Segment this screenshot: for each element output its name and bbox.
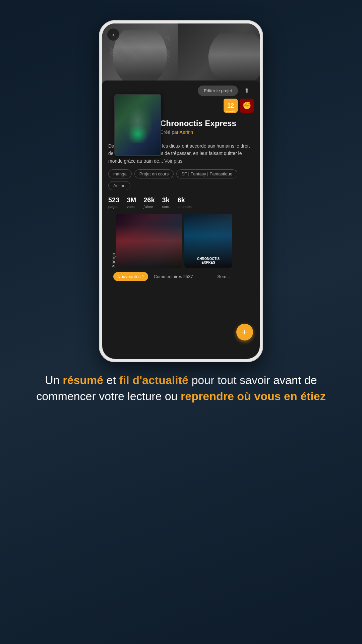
phone-device: ‹ Editer le projet ⬆ — [99, 20, 263, 362]
phone-screen: ‹ Editer le projet ⬆ — [102, 23, 260, 359]
preview-label: Aperçu — [108, 214, 116, 268]
created-by: Créé par Aerinn — [160, 129, 254, 135]
preview-images: CHRONOCTISEXPRES — [116, 214, 254, 268]
stat-pages-label: pages — [108, 205, 118, 209]
bottom-highlight-fil: fil d'actualité — [119, 374, 188, 386]
stat-com-value: 3k — [162, 196, 170, 204]
tag-manga[interactable]: manga — [108, 169, 132, 178]
stat-abonnes-value: 6k — [177, 196, 185, 204]
stats-row: 523 pages 3M vues 26k j'aime 3k — [108, 196, 254, 209]
bottom-headline: Un résumé et fil d'actualité pour tout s… — [20, 372, 342, 404]
bottom-highlight-resume: résumé — [63, 374, 103, 386]
stat-pages-value: 523 — [108, 196, 119, 204]
preview-section: Aperçu CHRONOCTISEXPRES — [108, 214, 254, 268]
character-silhouette-right — [203, 33, 260, 88]
banner-area: ‹ — [102, 23, 260, 87]
chronoctis-label: CHRONOCTISEXPRES — [197, 257, 220, 264]
stat-abonnes: 6k abonnés — [177, 196, 191, 209]
tab-nouveautes[interactable]: Nouveautés 1 — [113, 272, 148, 281]
tag-action[interactable]: Action — [108, 181, 130, 190]
stat-jaime-label: j'aime — [143, 205, 153, 209]
author-name[interactable]: Aerinn — [180, 129, 193, 135]
stat-pages: 523 pages — [108, 196, 119, 209]
stat-commentaires: 3k com. — [162, 196, 170, 209]
title-section: Chronoctis Express Créé par Aerinn — [160, 117, 254, 137]
created-by-label: Créé par — [160, 129, 178, 135]
edit-project-button[interactable]: Editer le projet — [198, 86, 238, 96]
voir-plus-link[interactable]: Voir plus — [164, 158, 182, 164]
preview-char-1 — [116, 214, 182, 268]
pegi-label: www.pegi.info — [226, 110, 235, 112]
cover-glow-effect — [129, 125, 147, 143]
stat-vues-label: vues — [127, 205, 134, 209]
preview-image-2[interactable]: CHRONOCTISEXPRES — [184, 214, 233, 268]
bottom-tab-bar: Nouveautés 1 Commentaires 2537 Som... — [108, 268, 254, 285]
pegi-12-badge: 12 www.pegi.info — [224, 99, 238, 113]
tag-sf-fantasy[interactable]: SF | Fantasy | Fantastique — [176, 169, 237, 178]
banner-panels — [102, 23, 260, 87]
cover-image — [114, 94, 161, 156]
fab-add-button[interactable]: + — [236, 324, 253, 340]
back-button[interactable]: ‹ — [107, 29, 119, 41]
tab-sommaire[interactable]: Som... — [198, 272, 249, 281]
stat-vues: 3M vues — [127, 196, 136, 209]
stat-abonnes-label: abonnés — [177, 205, 191, 209]
stat-jaime-value: 26k — [143, 196, 155, 204]
tags-row: manga Projet en cours SF | Fantasy | Fan… — [108, 169, 254, 190]
share-icon[interactable]: ⬆ — [241, 85, 252, 96]
stat-jaime: 26k j'aime — [143, 196, 155, 209]
pegi-12-number: 12 — [227, 102, 234, 109]
phone-frame: ‹ Editer le projet ⬆ — [99, 20, 263, 362]
stat-vues-value: 3M — [127, 196, 136, 204]
violence-icon: ✊ — [242, 101, 251, 110]
stat-com-label: com. — [162, 205, 170, 209]
cover-character — [115, 95, 161, 155]
bottom-text-et: et — [103, 374, 119, 386]
phone-content: ‹ Editer le projet ⬆ — [102, 23, 260, 359]
preview-image-1[interactable] — [116, 214, 182, 268]
project-title: Chronoctis Express — [160, 119, 254, 128]
tag-projet-en-cours[interactable]: Projet en cours — [134, 169, 174, 178]
bottom-text-un: Un — [45, 374, 63, 386]
banner-panel-right — [178, 23, 260, 87]
bottom-highlight-reprendre: reprendre où vous en étiez — [181, 390, 326, 402]
bottom-text-section: Un résumé et fil d'actualité pour tout s… — [0, 372, 362, 404]
violence-badge: ✊ — [240, 99, 254, 113]
tab-commentaires[interactable]: Commentaires 2537 — [148, 272, 198, 281]
